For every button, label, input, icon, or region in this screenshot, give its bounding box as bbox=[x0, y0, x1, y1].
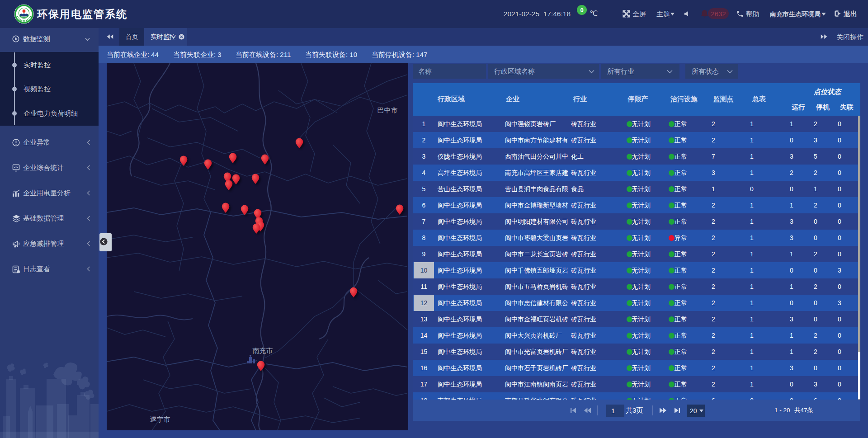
svg-text:遂宁市: 遂宁市 bbox=[150, 415, 170, 423]
svg-text:巴中市: 巴中市 bbox=[377, 106, 398, 114]
svg-text:南充市: 南充市 bbox=[253, 347, 273, 354]
